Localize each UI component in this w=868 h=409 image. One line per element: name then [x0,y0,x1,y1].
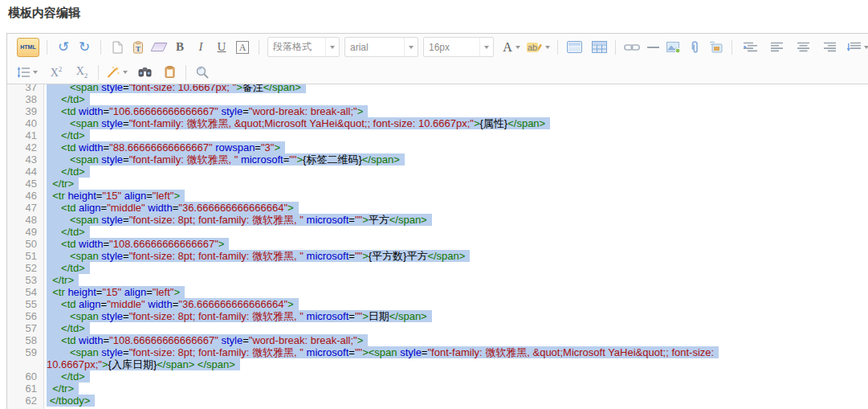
italic-button[interactable]: I [192,39,210,56]
code-line[interactable]: 45 </tr> [7,178,868,190]
code-line[interactable]: 47 <td align="middle" width="36.66666666… [7,202,868,214]
font-size-select[interactable]: 16px [423,37,494,57]
code-line[interactable]: 43 <span style="font-family: 微软雅黑, " mic… [7,153,868,166]
font-family-select[interactable]: arial [344,37,418,57]
remove-format-button[interactable] [150,39,168,56]
toolbar-separator [615,40,616,55]
toolbar-separator [47,40,47,55]
line-content: <td width="106.66666666666667" style="wo… [44,105,368,117]
paste-button[interactable] [161,63,178,81]
line-content: </tr> [44,274,79,286]
code-line[interactable]: 37 <span style="font-size: 10.6667px; ">… [7,84,868,93]
insert-table-icon [567,41,582,53]
auto-typeset-button[interactable] [106,63,128,81]
align-right-button[interactable] [821,39,838,56]
selected-text: </tr> [47,178,79,190]
code-line[interactable]: 40 <span style="font-family: 微软雅黑, &quot… [7,117,868,129]
line-content: </td> [44,226,90,238]
code-line[interactable]: 44 </td> [7,166,868,178]
code-line[interactable]: 38 </td> [7,93,868,105]
selected-text: <td width="108.66666666666667" style="wo… [47,334,368,346]
image-button[interactable] [665,39,683,56]
line-spacing-button[interactable] [847,39,868,56]
line-content: <span style="font-size: 8pt; font-family… [44,346,719,358]
line-number: 58 [7,334,44,346]
horizontal-rule-icon [647,47,659,48]
paste-text-button[interactable]: T [129,39,147,56]
line-content: <span style="font-family: 微软雅黑, " micros… [44,153,405,166]
line-content: </tr> [44,382,79,395]
code-line[interactable]: 57 </td> [7,322,868,334]
code-line[interactable]: 50 <td width="108.66666666666667"> [7,238,868,250]
indent-icon [744,42,757,52]
code-line[interactable]: 49 </td> [7,226,868,238]
new-document-button[interactable] [108,39,126,56]
selected-text: </td> [47,93,90,105]
align-left-icon [771,42,783,52]
preview-button[interactable] [194,63,211,81]
code-line[interactable]: 10.6667px;">{入库日期}</span> </span> [7,358,868,370]
toolbar-separator [100,40,101,55]
media-button[interactable] [707,39,724,56]
code-line[interactable]: 58 <td width="108.66666666666667" style=… [7,334,868,346]
bold-button[interactable]: B [171,39,189,56]
code-line[interactable]: 62 </tbody> [7,395,868,407]
line-content: <span style="font-size: 8pt; font-family… [44,250,470,262]
link-button[interactable] [623,39,641,56]
html-source-button[interactable]: HTML [17,38,39,57]
insert-table-button[interactable] [565,39,583,56]
code-line[interactable]: 39 <td width="106.66666666666667" style=… [7,105,868,117]
code-editor[interactable]: 37 <span style="font-size: 10.6667px; ">… [7,84,868,409]
fore-color-button[interactable]: A [503,39,520,56]
line-content: <td width="88.66666666666667" rowspan="3… [44,141,285,153]
back-color-button[interactable]: ab [527,39,550,56]
code-line[interactable]: 61 </tr> [7,382,868,395]
align-center-button[interactable] [794,39,812,56]
line-number: 46 [7,190,44,202]
line-number: 54 [7,286,44,298]
align-left-button[interactable] [768,39,785,56]
code-line[interactable]: 59 <span style="font-size: 8pt; font-fam… [7,346,868,358]
underline-button[interactable]: U [213,39,230,56]
toolbar-separator [185,65,186,80]
selected-text: 10.6667px;">{入库日期}</span> </span> [47,358,240,370]
code-line[interactable]: 42 <td width="88.66666666666667" rowspan… [7,141,868,153]
code-line[interactable]: 54 <tr height="15" align="left"> [7,286,868,298]
template-content-edit-page: 模板内容编辑 HTML ↺ ↻ T B I U [0,0,868,409]
table-grid-button[interactable] [590,39,608,56]
selected-text: <td width="106.66666666666667" style="wo… [47,105,368,117]
code-line[interactable]: 53 </tr> [7,274,868,286]
attachment-button[interactable] [686,39,703,56]
selected-text: </td> [47,129,90,141]
binoculars-icon [138,67,152,77]
code-line[interactable]: 46 <tr height="15" align="left"> [7,190,868,202]
code-line[interactable]: 55 <td align="middle" width="36.66666666… [7,298,868,310]
search-replace-button[interactable] [136,63,153,81]
code-line[interactable]: 51 <span style="font-size: 8pt; font-fam… [7,250,868,262]
paragraph-format-value: 段落格式 [268,40,325,54]
horizontal-rule-button[interactable] [644,39,662,56]
font-border-button[interactable]: A [234,39,251,56]
line-number: 59 [7,346,44,358]
line-content: </td> [44,93,90,105]
line-height-button[interactable] [17,63,38,81]
indent-button[interactable] [741,39,759,56]
selected-text: </td> [47,262,90,274]
undo-button[interactable]: ↺ [55,39,72,56]
code-line[interactable]: 60 </td> [7,370,868,382]
code-line[interactable]: 48 <span style="font-size: 8pt; font-fam… [7,214,868,226]
selected-text: <span style="font-size: 8pt; font-family… [47,346,719,358]
paragraph-format-select[interactable]: 段落格式 [267,37,340,57]
subscript-button[interactable]: X2 [73,63,91,81]
font-box-icon: A [236,41,250,54]
redo-button[interactable]: ↻ [75,39,93,56]
chevron-down-icon [404,38,418,56]
redo-icon: ↻ [79,40,90,54]
line-number: 38 [7,93,44,105]
paperclip-icon [690,41,699,54]
code-line[interactable]: 52 </td> [7,262,868,274]
code-line[interactable]: 41 </td> [7,129,868,141]
code-line[interactable]: 56 <span style="font-size: 8pt; font-fam… [7,310,868,322]
superscript-button[interactable]: X2 [47,63,65,81]
line-content: <tr height="15" align="left"> [44,190,185,202]
